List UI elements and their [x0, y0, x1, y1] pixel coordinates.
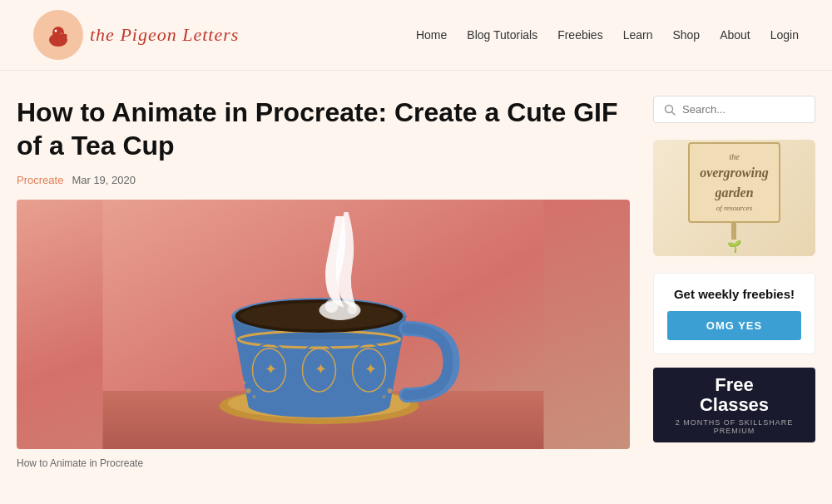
svg-text:✦: ✦ [364, 361, 377, 378]
svg-text:✦: ✦ [314, 361, 327, 378]
svg-point-25 [243, 381, 246, 384]
site-header: the Pigeon Letters Home Blog Tutorials F… [0, 0, 832, 71]
article-image-container: ✦ ✦ ✦ [17, 200, 630, 449]
search-input[interactable] [682, 103, 805, 116]
svg-point-23 [246, 388, 251, 393]
garden-banner: the overgrowing garden of resources 🌱 [653, 140, 815, 256]
svg-point-13 [240, 303, 399, 329]
search-box[interactable] [653, 96, 815, 123]
freebies-section: Get weekly freebies! OMG YES [653, 273, 815, 354]
svg-point-27 [383, 395, 386, 398]
svg-point-29 [325, 299, 339, 313]
sidebar: the overgrowing garden of resources 🌱 Ge… [653, 96, 815, 469]
garden-line3: garden [700, 183, 769, 203]
svg-text:✦: ✦ [265, 361, 277, 378]
free-classes-sub: 2 MONTHS OF SKILLSHARE PREMIUM [661, 418, 807, 435]
main-container: How to Animate in Procreate: Create a Cu… [0, 71, 832, 494]
nav-login[interactable]: Login [770, 28, 799, 42]
article-title: How to Animate in Procreate: Create a Cu… [17, 96, 630, 162]
article-image: ✦ ✦ ✦ [17, 200, 630, 449]
content-area: How to Animate in Procreate: Create a Cu… [17, 96, 630, 469]
sign-post [731, 223, 736, 240]
garden-line1: the [700, 151, 769, 163]
nav-home[interactable]: Home [416, 28, 447, 42]
free-classes-banner[interactable]: Free Classes 2 MONTHS OF SKILLSHARE PREM… [653, 368, 815, 442]
article-meta: Procreate Mar 19, 2020 [17, 174, 630, 186]
nav-blog-tutorials[interactable]: Blog Tutorials [467, 28, 537, 42]
svg-point-10 [249, 394, 390, 418]
svg-point-3 [55, 30, 57, 32]
garden-line4: of resources [700, 203, 769, 215]
garden-line2: overgrowing [700, 163, 769, 183]
free-classes-line1: Free [700, 375, 769, 395]
article-date: Mar 19, 2020 [72, 174, 136, 186]
article-category[interactable]: Procreate [17, 174, 63, 186]
logo[interactable]: the Pigeon Letters [33, 10, 239, 60]
svg-line-32 [672, 111, 676, 115]
free-classes-line2: Classes [700, 395, 769, 415]
nav-shop[interactable]: Shop [672, 28, 700, 42]
nav-freebies[interactable]: Freebies [557, 28, 602, 42]
nav-learn[interactable]: Learn [623, 28, 653, 42]
main-nav: Home Blog Tutorials Freebies Learn Shop … [416, 28, 799, 42]
image-caption: How to Animate in Procreate [17, 457, 630, 469]
garden-sign: the overgrowing garden of resources [688, 142, 780, 223]
svg-point-30 [348, 304, 358, 314]
nav-about[interactable]: About [720, 28, 750, 42]
freebies-title: Get weekly freebies! [667, 287, 801, 301]
grass-icon: 🌱 [727, 240, 741, 254]
free-classes-title: Free Classes [700, 375, 769, 415]
svg-point-26 [388, 388, 393, 393]
omg-yes-button[interactable]: OMG YES [667, 311, 801, 340]
svg-point-24 [253, 395, 256, 398]
search-icon [664, 104, 676, 116]
logo-text: the Pigeon Letters [90, 24, 239, 46]
logo-icon [33, 10, 83, 60]
